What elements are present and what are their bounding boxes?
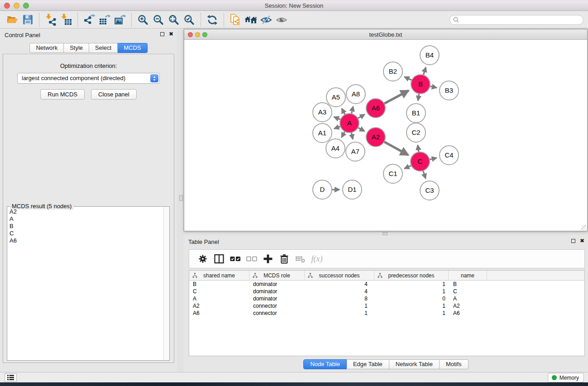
toggle-panes-button[interactable] [211, 251, 227, 267]
optimization-criterion-dropdown[interactable]: largest connected component (directed) ▲… [17, 73, 160, 84]
table-row-A6[interactable]: A6connector11A6 [189, 310, 584, 317]
save-session-button[interactable] [20, 13, 35, 27]
zoom-selected-icon [184, 14, 195, 25]
table-row-C[interactable]: Cdominator41C [189, 288, 584, 295]
tab-node-table[interactable]: Node Table [303, 359, 347, 369]
column-header-predecessor-nodes[interactable]: predecessor nodes [374, 271, 449, 280]
column-header-name[interactable]: name [449, 271, 487, 280]
search-field[interactable] [449, 15, 583, 25]
run-mcds-button[interactable]: Run MCDS [40, 89, 85, 100]
vertical-splitter-handle[interactable] [179, 195, 183, 201]
network-canvas[interactable]: B4B2BB3A8A5A6A3B1AC2A1A2A4A7C4CC1DD1C3 [184, 40, 587, 231]
refresh-view-button[interactable] [205, 13, 220, 27]
export-image-button[interactable] [112, 13, 128, 27]
dropdown-value: largest connected component (directed) [22, 75, 125, 81]
graph-node-label: C1 [388, 170, 397, 177]
home-views-button[interactable] [243, 13, 258, 27]
select-all-columns-button[interactable] [227, 251, 244, 267]
control-panel-tabs: NetworkStyleSelectMCDS [0, 43, 177, 53]
toolbar-separator [39, 13, 39, 27]
tab-edge-table[interactable]: Edge Table [347, 359, 389, 369]
main-toolbar [0, 11, 588, 29]
table-settings-button[interactable] [195, 251, 211, 267]
column-header-successor-nodes[interactable]: successor nodes [305, 271, 374, 280]
search-input[interactable] [459, 16, 583, 24]
node-table: shared nameMCDS rolesuccessor nodesprede… [189, 270, 585, 356]
tab-select[interactable]: Select [89, 43, 118, 53]
result-item-C[interactable]: C [8, 230, 163, 237]
close-table-panel-icon[interactable]: ✖ [580, 238, 584, 243]
tab-mcds[interactable]: MCDS [118, 43, 147, 53]
hierarchy-icon [253, 273, 258, 279]
function-builder-button[interactable]: f(x) [309, 251, 325, 267]
tab-motifs[interactable]: Motifs [440, 359, 468, 369]
graph-node-label: A8 [352, 90, 360, 98]
graph-node-label: A3 [318, 108, 326, 116]
delete-table-button[interactable] [292, 251, 309, 267]
task-history-button[interactable] [5, 373, 17, 382]
window-resize-grip[interactable] [581, 225, 587, 230]
fx-icon: f(x) [311, 254, 323, 264]
import-network-button[interactable] [43, 13, 58, 27]
dropdown-stepper-icon: ▲▼ [150, 74, 158, 82]
result-item-A6[interactable]: A6 [8, 237, 163, 244]
graph-node-label: B4 [425, 51, 434, 59]
open-folder-icon [6, 14, 19, 25]
export-table-button[interactable] [97, 13, 112, 27]
show-graphics-details-button[interactable] [274, 13, 289, 27]
plus-icon [263, 254, 273, 264]
result-item-B[interactable]: B [8, 223, 163, 230]
import-table-icon [60, 14, 72, 26]
close-panel-icon[interactable]: ✖ [169, 32, 173, 36]
refresh-icon [207, 14, 218, 25]
float-panel-icon[interactable] [160, 32, 164, 36]
graph-node-label: A2 [372, 133, 380, 141]
delete-table-icon [295, 254, 306, 263]
control-panel-title: Control Panel [5, 32, 40, 38]
graph-node-label: A6 [372, 104, 380, 112]
column-header-MCDS-role[interactable]: MCDS role [249, 271, 305, 280]
app-titlebar: Session: New Session [0, 0, 588, 11]
unselect-all-columns-button[interactable] [244, 251, 260, 267]
delete-columns-button[interactable] [276, 251, 292, 267]
trash-icon [279, 254, 289, 264]
zoom-out-button[interactable] [151, 13, 166, 27]
import-table-button[interactable] [58, 13, 74, 27]
export-network-icon [83, 14, 96, 26]
horizontal-splitter-handle[interactable] [382, 232, 387, 235]
memory-label: Memory [559, 375, 579, 381]
result-list-scrollbar[interactable] [163, 207, 169, 360]
search-icon [453, 16, 459, 23]
hide-graphics-details-button[interactable] [258, 13, 274, 27]
close-panel-button[interactable]: Close panel [91, 89, 137, 100]
duplicate-network-view-button[interactable] [228, 13, 243, 27]
zoom-fit-button[interactable] [166, 13, 182, 27]
float-table-panel-icon[interactable] [571, 239, 575, 243]
result-item-A[interactable]: A [8, 215, 163, 223]
zoom-fit-icon [168, 14, 179, 25]
table-row-B[interactable]: Bdominator41B [189, 281, 584, 288]
network-window-titlebar[interactable]: testGlobe.txt [184, 29, 587, 40]
memory-button[interactable]: Memory [548, 373, 584, 382]
export-network-button[interactable] [81, 13, 97, 27]
graph-node-label: A1 [318, 129, 326, 137]
table-row-A[interactable]: Adominator80A [189, 295, 584, 302]
result-item-A2[interactable]: A2 [8, 208, 163, 215]
table-row-A2[interactable]: A2connector11A2 [189, 302, 584, 310]
zoom-out-icon [153, 14, 164, 25]
export-image-icon [114, 14, 126, 26]
graph-node-label: A4 [331, 144, 339, 152]
column-header-shared-name[interactable]: shared name [189, 271, 249, 280]
graph-node-label: D [320, 186, 325, 193]
graph-node-label: C [418, 157, 423, 165]
tab-network-table[interactable]: Network Table [389, 359, 440, 369]
duplicate-network-view-icon [229, 14, 242, 26]
zoom-in-button[interactable] [135, 13, 151, 27]
zoom-selected-button[interactable] [182, 13, 197, 27]
tab-style[interactable]: Style [64, 43, 89, 53]
add-column-button[interactable] [260, 251, 276, 267]
toolbar-separator [224, 13, 224, 27]
open-session-button[interactable] [5, 13, 20, 27]
tab-network[interactable]: Network [29, 43, 64, 53]
export-table-icon [99, 14, 111, 26]
